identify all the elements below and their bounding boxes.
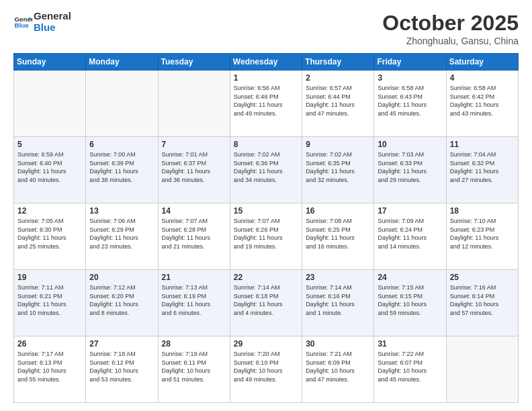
day-info: Sunrise: 7:04 AM Sunset: 6:32 PM Dayligh… <box>450 150 515 184</box>
calendar-cell: 29Sunrise: 7:20 AM Sunset: 6:10 PM Dayli… <box>230 336 302 403</box>
calendar-cell: 21Sunrise: 7:13 AM Sunset: 6:19 PM Dayli… <box>158 270 230 336</box>
calendar-cell: 2Sunrise: 6:57 AM Sunset: 6:44 PM Daylig… <box>302 71 374 137</box>
calendar-row-1: 1Sunrise: 6:56 AM Sunset: 6:46 PM Daylig… <box>14 71 519 137</box>
day-info: Sunrise: 7:14 AM Sunset: 6:16 PM Dayligh… <box>306 283 370 317</box>
logo-line2: Blue <box>34 22 71 34</box>
day-number: 2 <box>306 73 370 83</box>
day-info: Sunrise: 7:15 AM Sunset: 6:15 PM Dayligh… <box>378 283 442 317</box>
calendar-cell: 19Sunrise: 7:11 AM Sunset: 6:21 PM Dayli… <box>14 270 86 336</box>
day-number: 24 <box>378 273 442 282</box>
day-number: 8 <box>234 140 298 149</box>
calendar-cell: 26Sunrise: 7:17 AM Sunset: 6:13 PM Dayli… <box>14 336 86 403</box>
calendar-cell: 11Sunrise: 7:04 AM Sunset: 6:32 PM Dayli… <box>446 137 518 203</box>
day-number: 31 <box>378 339 442 349</box>
svg-text:Blue: Blue <box>14 21 29 29</box>
day-info: Sunrise: 7:06 AM Sunset: 6:29 PM Dayligh… <box>89 217 154 250</box>
calendar-cell: 9Sunrise: 7:02 AM Sunset: 6:35 PM Daylig… <box>302 137 374 203</box>
calendar-cell: 20Sunrise: 7:12 AM Sunset: 6:20 PM Dayli… <box>86 270 158 336</box>
calendar-cell: 17Sunrise: 7:09 AM Sunset: 6:24 PM Dayli… <box>374 203 446 270</box>
day-info: Sunrise: 7:09 AM Sunset: 6:24 PM Dayligh… <box>378 217 442 250</box>
day-info: Sunrise: 7:07 AM Sunset: 6:26 PM Dayligh… <box>234 217 298 250</box>
calendar-cell: 1Sunrise: 6:56 AM Sunset: 6:46 PM Daylig… <box>230 71 302 137</box>
day-number: 25 <box>450 273 515 282</box>
calendar-cell: 12Sunrise: 7:05 AM Sunset: 6:30 PM Dayli… <box>14 203 86 270</box>
day-info: Sunrise: 7:11 AM Sunset: 6:21 PM Dayligh… <box>17 283 82 317</box>
title-block: October 2025 Zhonghualu, Gansu, China <box>382 11 519 46</box>
day-info: Sunrise: 7:01 AM Sunset: 6:37 PM Dayligh… <box>162 150 226 184</box>
day-info: Sunrise: 7:21 AM Sunset: 6:09 PM Dayligh… <box>306 350 370 383</box>
day-number: 6 <box>89 140 154 149</box>
calendar-cell: 13Sunrise: 7:06 AM Sunset: 6:29 PM Dayli… <box>86 203 158 270</box>
month-title: October 2025 <box>382 11 519 36</box>
day-info: Sunrise: 7:12 AM Sunset: 6:20 PM Dayligh… <box>89 283 154 317</box>
calendar-cell: 16Sunrise: 7:08 AM Sunset: 6:25 PM Dayli… <box>302 203 374 270</box>
day-info: Sunrise: 7:05 AM Sunset: 6:30 PM Dayligh… <box>17 217 82 250</box>
calendar-cell: 27Sunrise: 7:18 AM Sunset: 6:12 PM Dayli… <box>86 336 158 403</box>
calendar-cell: 30Sunrise: 7:21 AM Sunset: 6:09 PM Dayli… <box>302 336 374 403</box>
day-info: Sunrise: 7:08 AM Sunset: 6:25 PM Dayligh… <box>306 217 370 250</box>
day-info: Sunrise: 7:20 AM Sunset: 6:10 PM Dayligh… <box>234 350 298 383</box>
calendar-cell: 28Sunrise: 7:19 AM Sunset: 6:11 PM Dayli… <box>158 336 230 403</box>
calendar-cell: 25Sunrise: 7:16 AM Sunset: 6:14 PM Dayli… <box>446 270 518 336</box>
calendar-cell <box>158 71 230 137</box>
calendar-cell <box>86 71 158 137</box>
day-number: 14 <box>162 206 226 216</box>
day-info: Sunrise: 7:03 AM Sunset: 6:33 PM Dayligh… <box>378 150 442 184</box>
col-monday: Monday <box>86 54 158 71</box>
day-number: 29 <box>234 339 298 349</box>
calendar-cell: 23Sunrise: 7:14 AM Sunset: 6:16 PM Dayli… <box>302 270 374 336</box>
day-info: Sunrise: 7:14 AM Sunset: 6:18 PM Dayligh… <box>234 283 298 317</box>
day-number: 15 <box>234 206 298 216</box>
calendar-cell: 15Sunrise: 7:07 AM Sunset: 6:26 PM Dayli… <box>230 203 302 270</box>
day-number: 19 <box>17 273 82 282</box>
col-sunday: Sunday <box>14 54 86 71</box>
day-number: 22 <box>234 273 298 282</box>
day-info: Sunrise: 7:00 AM Sunset: 6:39 PM Dayligh… <box>89 150 154 184</box>
calendar-cell: 18Sunrise: 7:10 AM Sunset: 6:23 PM Dayli… <box>446 203 518 270</box>
col-thursday: Thursday <box>302 54 374 71</box>
day-number: 13 <box>89 206 154 216</box>
day-number: 5 <box>17 140 82 149</box>
day-info: Sunrise: 7:22 AM Sunset: 6:07 PM Dayligh… <box>378 350 442 383</box>
day-number: 26 <box>17 339 82 349</box>
day-number: 30 <box>306 339 370 349</box>
location: Zhonghualu, Gansu, China <box>382 36 519 46</box>
day-info: Sunrise: 6:56 AM Sunset: 6:46 PM Dayligh… <box>234 84 298 118</box>
calendar-row-4: 19Sunrise: 7:11 AM Sunset: 6:21 PM Dayli… <box>14 270 519 336</box>
calendar-cell: 4Sunrise: 6:58 AM Sunset: 6:42 PM Daylig… <box>446 71 518 137</box>
calendar-cell: 10Sunrise: 7:03 AM Sunset: 6:33 PM Dayli… <box>374 137 446 203</box>
day-info: Sunrise: 7:17 AM Sunset: 6:13 PM Dayligh… <box>17 350 82 383</box>
logo: General Blue General Blue <box>13 11 71 33</box>
day-info: Sunrise: 7:07 AM Sunset: 6:28 PM Dayligh… <box>162 217 226 250</box>
calendar-cell: 22Sunrise: 7:14 AM Sunset: 6:18 PM Dayli… <box>230 270 302 336</box>
day-info: Sunrise: 6:57 AM Sunset: 6:44 PM Dayligh… <box>306 84 370 118</box>
col-saturday: Saturday <box>446 54 518 71</box>
header: General Blue General Blue October 2025 Z… <box>13 11 519 46</box>
day-info: Sunrise: 7:16 AM Sunset: 6:14 PM Dayligh… <box>450 283 515 317</box>
calendar-cell: 8Sunrise: 7:02 AM Sunset: 6:36 PM Daylig… <box>230 137 302 203</box>
calendar-cell: 14Sunrise: 7:07 AM Sunset: 6:28 PM Dayli… <box>158 203 230 270</box>
day-number: 28 <box>162 339 226 349</box>
calendar-cell: 31Sunrise: 7:22 AM Sunset: 6:07 PM Dayli… <box>374 336 446 403</box>
calendar-cell: 3Sunrise: 6:58 AM Sunset: 6:43 PM Daylig… <box>374 71 446 137</box>
day-number: 10 <box>378 140 442 149</box>
day-info: Sunrise: 6:58 AM Sunset: 6:43 PM Dayligh… <box>378 84 442 118</box>
day-number: 4 <box>450 73 515 83</box>
day-number: 11 <box>450 140 515 149</box>
day-number: 20 <box>89 273 154 282</box>
calendar-cell <box>14 71 86 137</box>
day-number: 21 <box>162 273 226 282</box>
calendar-row-2: 5Sunrise: 6:59 AM Sunset: 6:40 PM Daylig… <box>14 137 519 203</box>
page: General Blue General Blue October 2025 Z… <box>0 0 532 411</box>
day-number: 1 <box>234 73 298 83</box>
col-wednesday: Wednesday <box>230 54 302 71</box>
day-info: Sunrise: 7:18 AM Sunset: 6:12 PM Dayligh… <box>89 350 154 383</box>
day-number: 23 <box>306 273 370 282</box>
calendar-header-row: Sunday Monday Tuesday Wednesday Thursday… <box>14 54 519 71</box>
day-info: Sunrise: 7:02 AM Sunset: 6:35 PM Dayligh… <box>306 150 370 184</box>
day-info: Sunrise: 7:19 AM Sunset: 6:11 PM Dayligh… <box>162 350 226 383</box>
day-number: 17 <box>378 206 442 216</box>
day-number: 3 <box>378 73 442 83</box>
day-info: Sunrise: 7:10 AM Sunset: 6:23 PM Dayligh… <box>450 217 515 250</box>
calendar-row-5: 26Sunrise: 7:17 AM Sunset: 6:13 PM Dayli… <box>14 336 519 403</box>
